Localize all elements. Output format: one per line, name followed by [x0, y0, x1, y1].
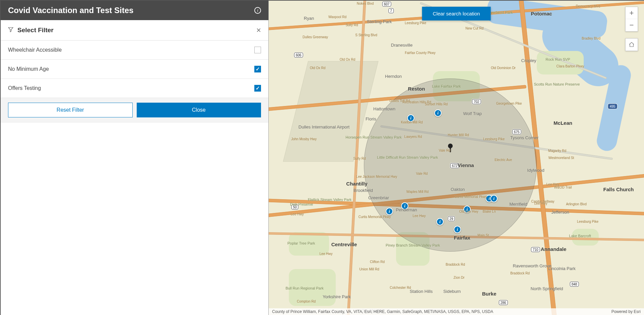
- place-label: Curtis Memorial Pkwy: [359, 215, 391, 219]
- place-label: Compton Rd: [297, 300, 316, 303]
- filter-label: No Minimum Age: [8, 66, 49, 72]
- place-label: Cropley: [521, 58, 536, 63]
- place-label: Falls Church: [603, 187, 634, 192]
- place-label: Old Dominion Dr: [491, 66, 516, 70]
- route-shield: 702: [472, 99, 481, 104]
- filter-label: Wheelchair Accessible: [8, 47, 62, 53]
- zoom-in-button[interactable]: +: [626, 7, 638, 19]
- map[interactable]: iiiiiiiii6077286506067026756722971084849…: [269, 1, 644, 315]
- place-label: Fairfax: [454, 235, 470, 241]
- place-label: Arlington Blvd: [566, 202, 587, 206]
- place-label: Braddock Rd: [446, 263, 465, 266]
- route-shield: 606: [294, 53, 303, 58]
- place-label: Clifton Rd: [370, 260, 385, 264]
- place-label: Lawyers Rd: [404, 135, 422, 139]
- place-label: Electric Ave: [495, 158, 512, 162]
- place-label: Yorkshire Park: [323, 294, 351, 299]
- info-icon[interactable]: i: [254, 7, 261, 14]
- map-attribution: County of Prince William, Fairfax County…: [269, 308, 644, 315]
- place-label: Curtis Memorial Pkwy: [455, 195, 487, 199]
- place-label: Old Ox Rd: [340, 58, 356, 61]
- place-label: Lee Hwy: [534, 202, 548, 205]
- place-label: Chantilly: [346, 181, 367, 187]
- place-label: Flatlick Stream Valley Park: [308, 198, 352, 202]
- place-label: S Sterling Blvd: [355, 33, 377, 37]
- attribution-esri: Powered by Esri: [611, 309, 641, 314]
- place-label: Vienna: [458, 162, 474, 168]
- place-label: Ravensworth Grove: [513, 263, 552, 268]
- place-label: Piney Branch Stream Valley Park: [386, 243, 440, 248]
- home-button[interactable]: [625, 38, 638, 51]
- filter-checkbox[interactable]: [254, 85, 261, 92]
- filter-item[interactable]: Offers Testing: [1, 79, 268, 98]
- route-shield: 607: [382, 2, 391, 7]
- place-label: Sunset Hills Rd: [425, 102, 448, 106]
- place-label: Burke: [482, 291, 497, 297]
- zoom-controls: + −: [625, 7, 638, 32]
- place-label: Nokes Blvd: [357, 2, 374, 5]
- place-label: Greenbriar: [368, 195, 389, 200]
- info-marker[interactable]: i: [490, 195, 498, 202]
- close-filter-button[interactable]: Close: [137, 103, 261, 117]
- filter-item[interactable]: No Minimum Age: [1, 60, 268, 79]
- place-label: Ryan: [304, 16, 314, 21]
- route-shield: 710: [531, 247, 540, 252]
- info-marker[interactable]: i: [454, 226, 461, 233]
- place-label: Lee Jackson Memorial Hwy: [356, 175, 397, 178]
- place-label: Braddock Rd: [510, 271, 530, 275]
- place-label: Leesburg Pike: [577, 220, 598, 223]
- place-label: John Mosby Hwy: [291, 137, 317, 141]
- filter-buttons: Reset Filter Close: [1, 98, 268, 122]
- filter-item[interactable]: Wheelchair Accessible: [1, 41, 268, 60]
- attribution-sources: County of Prince William, Fairfax County…: [272, 309, 493, 314]
- reset-filter-button[interactable]: Reset Filter: [8, 103, 133, 117]
- clear-search-button[interactable]: Clear search location: [422, 7, 491, 20]
- place-label: Pendernan: [396, 207, 417, 212]
- place-label: Lake Barcroft: [569, 234, 591, 238]
- info-marker[interactable]: i: [434, 109, 442, 117]
- place-label: Jefferson: [551, 210, 569, 215]
- place-label: Horsepen Run Stream Valley Park: [345, 135, 401, 140]
- place-label: Blake Ln: [483, 210, 496, 213]
- place-label: Leesburg Pike: [405, 21, 426, 25]
- place-label: Colchester Rd: [390, 286, 411, 290]
- place-label: Centreville: [331, 242, 357, 247]
- filter-checkbox[interactable]: [254, 47, 261, 53]
- park-area: [537, 51, 584, 74]
- place-label: Dulles Greenway: [303, 35, 328, 39]
- place-label: Union Mill Rd: [359, 267, 379, 271]
- place-label: Magarity Rd: [548, 149, 566, 153]
- info-marker[interactable]: i: [436, 218, 444, 225]
- place-label: Hunter Mill Rd: [448, 133, 469, 137]
- place-label: Waxpool Rd: [328, 15, 346, 19]
- place-label: Sully Rd: [345, 23, 358, 27]
- place-label: Zion Dr: [454, 276, 465, 279]
- info-marker[interactable]: i: [386, 208, 393, 215]
- place-label: Hattontown: [373, 106, 395, 111]
- filter-label: Offers Testing: [8, 85, 41, 91]
- filter-checkbox[interactable]: [254, 66, 261, 72]
- place-label: Poplar Tree Park: [287, 241, 315, 246]
- place-label: Scotts Run Nature Preserve: [534, 82, 580, 87]
- place-label: Potomac: [531, 11, 552, 16]
- airport-area: [283, 61, 379, 162]
- filter-heading: Select Filter: [17, 27, 54, 34]
- close-icon[interactable]: ×: [256, 26, 261, 34]
- zoom-out-button[interactable]: −: [626, 19, 638, 31]
- place-label: Bull Run Regional Park: [285, 286, 324, 291]
- place-label: North Springfield: [531, 286, 563, 291]
- place-label: Sterling Park: [367, 19, 392, 24]
- place-label: Lee Hwy: [320, 252, 333, 256]
- place-label: Lee Hwy: [413, 214, 426, 218]
- filter-list: Wheelchair AccessibleNo Minimum AgeOffer…: [1, 41, 268, 98]
- funnel-icon: [8, 27, 13, 34]
- place-label: Old Lee Hwy: [459, 210, 478, 213]
- place-label: Main St: [477, 233, 489, 237]
- place-label: Fairfax County Pkwy: [405, 51, 436, 55]
- place-label: Wolf Trap: [463, 111, 481, 116]
- place-label: Riverbend Park: [487, 10, 513, 15]
- place-label: Idylwood: [527, 168, 544, 173]
- place-label: Sideburn: [443, 289, 461, 294]
- place-label: Keeton Mill Rd: [401, 120, 423, 124]
- place-label: McLean: [554, 120, 572, 126]
